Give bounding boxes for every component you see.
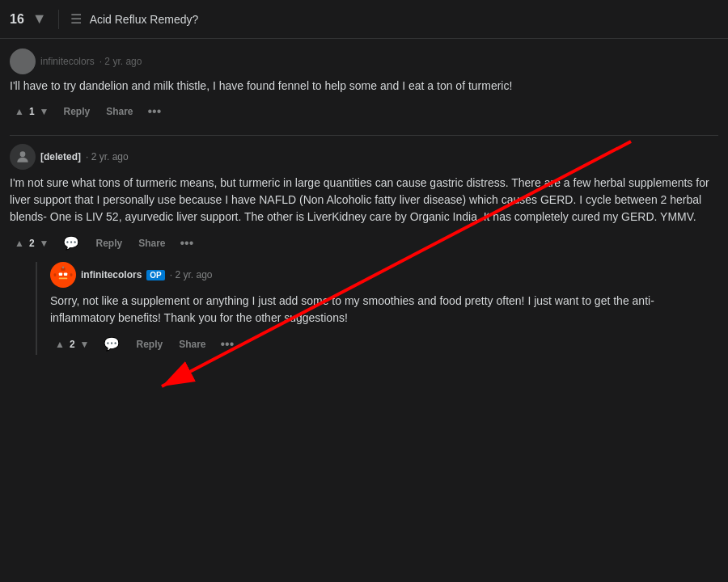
- deleted-action-bar: ▲ 2 ▼ 💬 Reply Share •••: [10, 232, 718, 254]
- op-upvote-button[interactable]: ▲ 2 ▼: [50, 335, 94, 353]
- op-more-button[interactable]: •••: [216, 334, 239, 355]
- comment-icon-btn[interactable]: 💬: [57, 232, 86, 254]
- deleted-reply-button[interactable]: Reply: [89, 234, 129, 252]
- deleted-more-button[interactable]: •••: [176, 233, 199, 254]
- deleted-username: [deleted]: [40, 151, 81, 162]
- vertical-divider: [58, 10, 59, 29]
- partial-share-button[interactable]: Share: [99, 103, 139, 120]
- op-share-button[interactable]: Share: [172, 335, 212, 353]
- downvote-icon: ▼: [40, 106, 49, 117]
- deleted-vote-count: 2: [29, 238, 35, 249]
- svg-rect-3: [64, 272, 67, 276]
- partial-reply-button[interactable]: Reply: [57, 103, 96, 120]
- deleted-comment-header: [deleted] · 2 yr. ago: [10, 144, 718, 170]
- op-comment-icon-btn[interactable]: 💬: [97, 333, 126, 355]
- upvote-icon: ▲: [55, 339, 65, 350]
- downvote-icon[interactable]: ▼: [32, 11, 47, 27]
- op-username: infinitecolors: [81, 269, 142, 280]
- section-divider: [10, 135, 718, 136]
- svg-rect-1: [56, 271, 70, 282]
- partial-comment-text: I'll have to try dandelion and milk this…: [10, 78, 718, 95]
- partial-username: infinitecolors: [40, 56, 95, 67]
- deleted-upvote-button[interactable]: ▲ 2 ▼: [10, 234, 53, 252]
- deleted-comment-block: [deleted] · 2 yr. ago I'm not sure what …: [10, 144, 718, 254]
- thread-icon: ☰: [70, 11, 82, 27]
- partial-comment-header: infinitecolors · 2 yr. ago: [10, 48, 718, 74]
- partial-comment-block: infinitecolors · 2 yr. ago I'll have to …: [10, 45, 718, 129]
- op-vote-count: 2: [70, 339, 75, 350]
- svg-point-0: [20, 151, 26, 157]
- downvote-icon: ▼: [40, 238, 49, 249]
- comments-content: infinitecolors · 2 yr. ago I'll have to …: [0, 39, 728, 368]
- partial-more-button[interactable]: •••: [143, 101, 167, 122]
- upvote-icon: ▲: [15, 106, 24, 117]
- svg-rect-4: [59, 278, 68, 280]
- partial-upvote-button[interactable]: ▲ 1 ▼: [10, 103, 53, 120]
- op-reply-text: Sorry, not like a supplement or anything…: [50, 293, 718, 327]
- svg-rect-2: [59, 272, 62, 276]
- op-action-bar: ▲ 2 ▼ 💬 Reply Share •••: [50, 333, 718, 355]
- op-reply-button[interactable]: Reply: [129, 335, 169, 353]
- downvote-icon: ▼: [80, 339, 90, 350]
- comment-icon: 💬: [63, 235, 79, 251]
- svg-rect-7: [54, 273, 57, 276]
- op-badge: OP: [146, 270, 164, 280]
- op-reply-header: infinitecolors OP · 2 yr. ago: [50, 262, 718, 288]
- op-timestamp: · 2 yr. ago: [170, 269, 213, 280]
- op-reply-indent: infinitecolors OP · 2 yr. ago Sorry, not…: [36, 262, 718, 355]
- top-bar: 16 ▼ ☰ Acid Reflux Remedy?: [0, 0, 728, 39]
- comment-icon: 💬: [104, 336, 120, 352]
- upvote-icon: ▲: [15, 238, 24, 249]
- deleted-comment-text: I'm not sure what tons of turmeric means…: [10, 175, 718, 226]
- partial-avatar: [10, 48, 36, 74]
- partial-timestamp: · 2 yr. ago: [99, 56, 142, 67]
- post-title: Acid Reflux Remedy?: [90, 13, 199, 26]
- partial-vote-count: 1: [29, 106, 35, 117]
- partial-action-bar: ▲ 1 ▼ Reply Share •••: [10, 101, 718, 122]
- deleted-timestamp: · 2 yr. ago: [86, 151, 129, 162]
- op-avatar: [50, 262, 76, 288]
- vote-count: 16: [10, 12, 24, 27]
- deleted-share-button[interactable]: Share: [132, 234, 171, 252]
- svg-rect-8: [70, 273, 73, 276]
- deleted-avatar: [10, 144, 36, 170]
- op-reply-block: infinitecolors OP · 2 yr. ago Sorry, not…: [50, 262, 718, 355]
- svg-rect-6: [62, 267, 64, 269]
